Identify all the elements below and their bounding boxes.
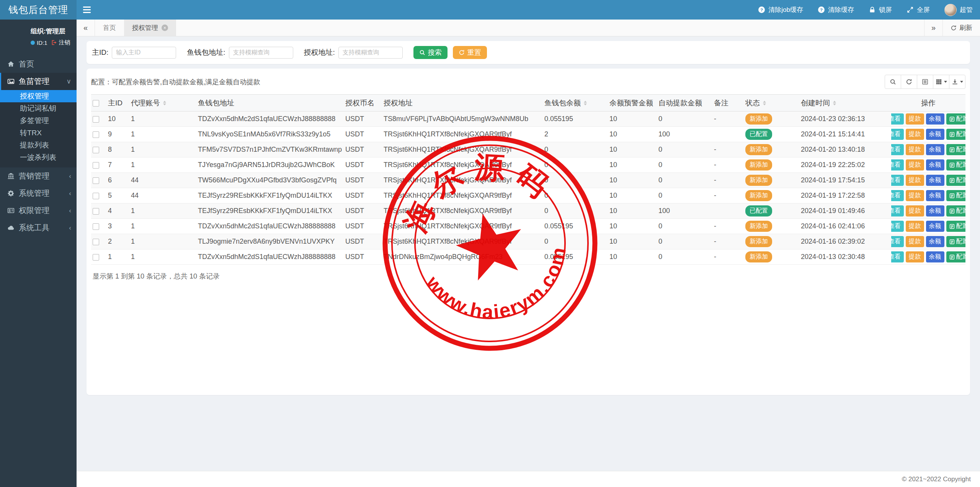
fish-wallet-address-input[interactable] (229, 47, 293, 59)
config-button[interactable]: 配置 (946, 144, 966, 155)
row-checkbox[interactable] (93, 116, 99, 123)
sidebar-toggle-button[interactable] (77, 0, 97, 20)
sidebar-item-权限管理[interactable]: 权限管理‹ (0, 202, 77, 219)
column-header-状态[interactable]: 状态 (744, 95, 799, 112)
config-button[interactable]: 配置 (946, 236, 966, 247)
withdraw-button[interactable]: 提款 (906, 236, 924, 247)
view-button[interactable]: 查看 (891, 113, 904, 125)
view-button[interactable]: 查看 (891, 221, 904, 232)
config-button[interactable]: 配置 (946, 205, 966, 216)
config-button[interactable]: 配置 (946, 129, 966, 140)
row-checkbox[interactable] (93, 177, 99, 184)
row-checkbox[interactable] (93, 223, 99, 230)
withdraw-button[interactable]: 提款 (906, 175, 924, 186)
sidebar-item-首页[interactable]: 首页 (0, 56, 77, 73)
column-header-创建时间[interactable]: 创建时间 (799, 95, 891, 112)
sidebar-subitem-转TRX[interactable]: 转TRX (0, 127, 77, 139)
balance-button[interactable]: 余额 (926, 159, 944, 171)
view-button[interactable]: 查看 (891, 129, 904, 140)
cell-coin: USDT (344, 142, 382, 157)
sidebar-subitem-提款列表[interactable]: 提款列表 (0, 139, 77, 151)
tab-授权管理[interactable]: 授权管理× (124, 20, 176, 36)
row-checkbox[interactable] (93, 193, 99, 199)
view-button[interactable]: 查看 (891, 236, 904, 247)
balance-button[interactable]: 余额 (926, 251, 944, 262)
withdraw-button[interactable]: 提款 (906, 113, 924, 125)
table-export-button[interactable] (949, 75, 965, 89)
sidebar-subitem-授权管理[interactable]: 授权管理 (0, 90, 77, 102)
withdraw-button[interactable]: 提款 (906, 129, 924, 140)
config-button[interactable]: 配置 (946, 113, 966, 125)
withdraw-button[interactable]: 提款 (906, 159, 924, 171)
config-button[interactable]: 配置 (946, 190, 966, 201)
row-checkbox (91, 219, 106, 234)
config-button[interactable]: 配置 (946, 159, 966, 171)
tab-首页[interactable]: 首页 (95, 20, 124, 36)
grid-icon (936, 79, 942, 85)
view-button[interactable]: 查看 (891, 159, 904, 171)
table-paging-toggle-button[interactable] (917, 75, 933, 89)
reset-button[interactable]: 重置 (453, 46, 487, 59)
balance-button[interactable]: 余额 (926, 175, 944, 186)
column-header-代理账号[interactable]: 代理账号 (129, 95, 196, 112)
tabs-scroll-right-button[interactable]: » (924, 20, 942, 36)
balance-button[interactable]: 余额 (926, 221, 944, 232)
withdraw-button[interactable]: 提款 (906, 251, 924, 262)
row-checkbox[interactable] (93, 162, 99, 169)
tabs-scroll-left-button[interactable]: « (77, 20, 95, 36)
row-checkbox[interactable] (93, 131, 99, 138)
view-button[interactable]: 查看 (891, 205, 904, 216)
balance-button[interactable]: 余额 (926, 236, 944, 247)
app-logo[interactable]: 钱包后台管理 (0, 0, 77, 20)
sidebar-item-鱼苗管理[interactable]: 鱼苗管理∨ (0, 73, 77, 90)
view-button[interactable]: 查看 (891, 251, 904, 262)
sidebar-item-系统工具[interactable]: 系统工具‹ (0, 219, 77, 236)
clear-job-cache-button[interactable]: ?清除job缓存 (751, 0, 810, 20)
table-columns-button[interactable] (933, 75, 949, 89)
sidebar-item-系统管理[interactable]: 系统管理‹ (0, 185, 77, 202)
status-badge: 新添加 (745, 175, 772, 186)
close-tab-icon[interactable]: × (162, 25, 168, 31)
sidebar-subitem-助记词私钥[interactable]: 助记词私钥 (0, 102, 77, 115)
sidebar-subitem-一波杀列表[interactable]: 一波杀列表 (0, 151, 77, 164)
cell-wallet-address: TDZvXxn5dhMc2dS1qfaUECWzhJ88888888 (196, 112, 344, 127)
row-checkbox[interactable] (93, 239, 99, 245)
config-button[interactable]: 配置 (946, 221, 966, 232)
table-refresh-button[interactable] (901, 75, 917, 89)
view-button[interactable]: 查看 (891, 190, 904, 201)
user-menu[interactable]: 超管 (937, 0, 980, 20)
sidebar-subitem-多签管理[interactable]: 多签管理 (0, 115, 77, 127)
lock-screen-button[interactable]: 锁屏 (861, 0, 899, 20)
balance-button[interactable]: 余额 (926, 113, 944, 125)
withdraw-button[interactable]: 提款 (906, 144, 924, 155)
view-button[interactable]: 查看 (891, 175, 904, 186)
balance-button[interactable]: 余额 (926, 144, 944, 155)
fullscreen-button[interactable]: 全屏 (899, 0, 937, 20)
view-button[interactable]: 查看 (891, 144, 904, 155)
cell-wallet-address: TJYesga7nGj9ARN51JrDR3ujb2GJWhCBoK (196, 157, 344, 173)
cell-remark: - (712, 234, 744, 249)
withdraw-button[interactable]: 提款 (906, 190, 924, 201)
sidebar-item-营销管理[interactable]: 营销管理‹ (0, 167, 77, 185)
refresh-tab-button[interactable]: 刷新 (942, 20, 980, 36)
main-id-input[interactable] (112, 47, 176, 59)
column-header-鱼钱包余额[interactable]: 鱼钱包余额 (543, 95, 608, 112)
row-checkbox[interactable] (93, 147, 99, 153)
config-button[interactable]: 配置 (946, 175, 966, 186)
select-all-checkbox[interactable] (93, 100, 99, 107)
balance-button[interactable]: 余额 (926, 205, 944, 216)
logout-link[interactable]: 注销 (59, 39, 70, 46)
status-badge: 新添加 (745, 190, 772, 201)
table-search-button[interactable] (885, 75, 901, 89)
withdraw-button[interactable]: 提款 (906, 221, 924, 232)
row-checkbox[interactable] (93, 254, 99, 261)
balance-button[interactable]: 余额 (926, 129, 944, 140)
auth-address-input[interactable] (338, 47, 403, 59)
cell-remark: - (712, 249, 744, 265)
search-button[interactable]: 搜索 (413, 46, 448, 59)
clear-cache-button[interactable]: ?清除缓存 (810, 0, 861, 20)
balance-button[interactable]: 余额 (926, 190, 944, 201)
withdraw-button[interactable]: 提款 (906, 205, 924, 216)
config-button[interactable]: 配置 (946, 251, 966, 262)
row-checkbox[interactable] (93, 208, 99, 215)
